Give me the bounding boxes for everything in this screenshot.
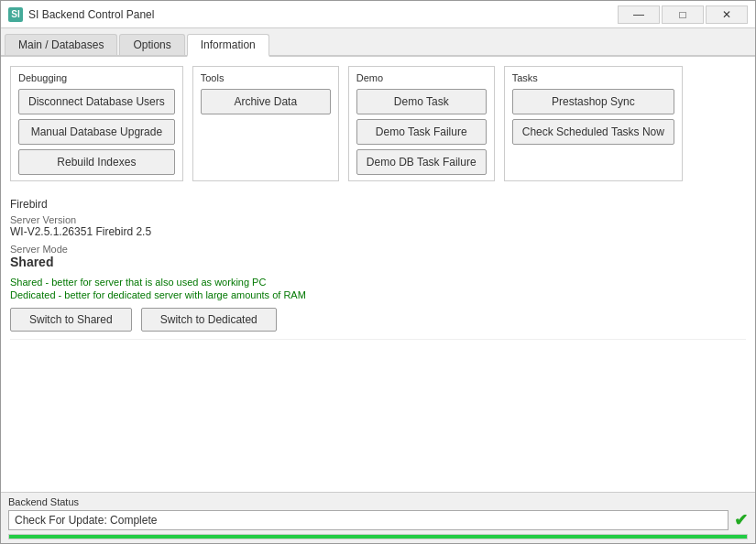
demo-task-failure-button[interactable]: Demo Task Failure bbox=[356, 119, 487, 145]
sections-row: Debugging Disconnect Database Users Manu… bbox=[10, 66, 746, 181]
server-version-value: WI-V2.5.1.26351 Firebird 2.5 bbox=[10, 225, 746, 238]
status-input-row: ✔ bbox=[8, 510, 748, 530]
debugging-section: Debugging Disconnect Database Users Manu… bbox=[10, 66, 183, 181]
title-bar-controls: — □ ✕ bbox=[618, 5, 748, 24]
switch-to-dedicated-button[interactable]: Switch to Dedicated bbox=[141, 308, 277, 332]
firebird-note-dedicated: Dedicated - better for dedicated server … bbox=[10, 289, 746, 300]
title-bar: SI SI Backend Control Panel — □ ✕ bbox=[1, 1, 755, 28]
demo-task-button[interactable]: Demo Task bbox=[356, 89, 487, 114]
server-mode-value: Shared bbox=[10, 255, 746, 269]
demo-db-task-failure-button[interactable]: Demo DB Task Failure bbox=[356, 149, 487, 175]
tab-main-databases[interactable]: Main / Databases bbox=[5, 34, 117, 55]
server-version-label: Server Version bbox=[10, 214, 746, 225]
switch-buttons: Switch to Shared Switch to Dedicated bbox=[10, 308, 746, 332]
archive-data-button[interactable]: Archive Data bbox=[201, 89, 331, 114]
tasks-section: Tasks Prestashop Sync Check Scheduled Ta… bbox=[504, 66, 683, 181]
progress-bar-container bbox=[8, 534, 748, 539]
status-check-icon: ✔ bbox=[734, 510, 748, 530]
disconnect-db-users-button[interactable]: Disconnect Database Users bbox=[18, 89, 175, 114]
minimize-button[interactable]: — bbox=[618, 5, 660, 24]
firebird-note-shared: Shared - better for server that is also … bbox=[10, 277, 746, 288]
prestashop-sync-button[interactable]: Prestashop Sync bbox=[512, 89, 674, 114]
tab-bar: Main / Databases Options Information bbox=[1, 28, 755, 57]
app-icon: SI bbox=[8, 7, 23, 22]
switch-to-shared-button[interactable]: Switch to Shared bbox=[10, 308, 132, 332]
main-content: Debugging Disconnect Database Users Manu… bbox=[1, 57, 755, 492]
tools-title: Tools bbox=[201, 72, 331, 83]
tools-section: Tools Archive Data bbox=[192, 66, 339, 181]
progress-bar-fill bbox=[9, 535, 747, 539]
tab-options[interactable]: Options bbox=[119, 34, 184, 55]
check-scheduled-tasks-button[interactable]: Check Scheduled Tasks Now bbox=[512, 119, 674, 145]
debugging-title: Debugging bbox=[18, 72, 175, 83]
window-title: SI Backend Control Panel bbox=[28, 8, 154, 21]
server-mode-label: Server Mode bbox=[10, 244, 746, 255]
close-button[interactable]: ✕ bbox=[706, 5, 748, 24]
status-bar: Backend Status ✔ bbox=[1, 492, 755, 543]
demo-section: Demo Demo Task Demo Task Failure Demo DB… bbox=[348, 66, 495, 181]
main-window: SI SI Backend Control Panel — □ ✕ Main /… bbox=[0, 0, 756, 544]
firebird-title: Firebird bbox=[10, 198, 746, 211]
status-input bbox=[8, 510, 729, 530]
demo-title: Demo bbox=[356, 72, 487, 83]
maximize-button[interactable]: □ bbox=[662, 5, 704, 24]
tasks-title: Tasks bbox=[512, 72, 674, 83]
title-bar-left: SI SI Backend Control Panel bbox=[8, 7, 154, 22]
firebird-section: Firebird Server Version WI-V2.5.1.26351 … bbox=[10, 190, 746, 340]
status-label: Backend Status bbox=[8, 496, 748, 507]
rebuild-indexes-button[interactable]: Rebuild Indexes bbox=[18, 149, 175, 175]
tab-information[interactable]: Information bbox=[187, 34, 269, 57]
manual-db-upgrade-button[interactable]: Manual Database Upgrade bbox=[18, 119, 175, 145]
